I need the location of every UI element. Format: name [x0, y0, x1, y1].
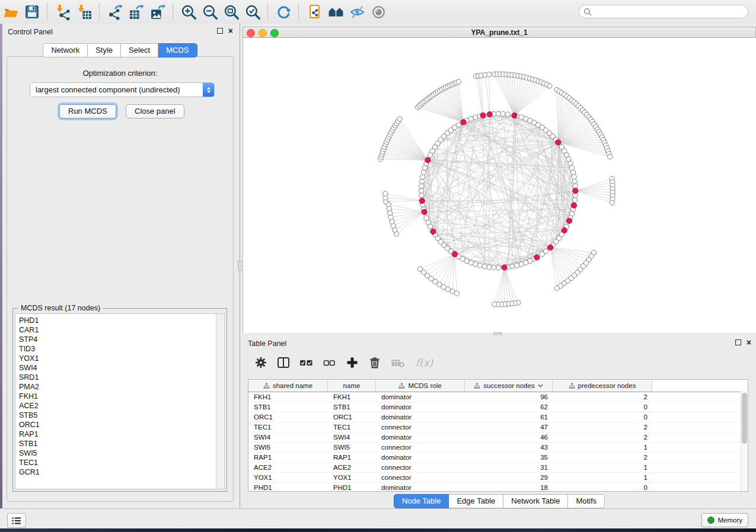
table-cell[interactable]: ACE2 — [328, 463, 376, 472]
import-table-button[interactable] — [74, 1, 95, 23]
list-item[interactable]: STP4 — [15, 335, 216, 344]
graph-node[interactable] — [492, 265, 496, 270]
graph-leaf-node[interactable] — [554, 286, 559, 290]
table-cell[interactable]: connector — [376, 473, 465, 482]
select-all-checkboxes-button[interactable] — [299, 356, 314, 371]
table-row[interactable]: STB1STB1dominator620 — [248, 402, 748, 412]
graph-leaf-node[interactable] — [383, 191, 388, 196]
float-panel-icon[interactable] — [217, 28, 223, 34]
list-item[interactable]: CAR1 — [15, 325, 216, 335]
list-scrollbar[interactable] — [216, 314, 224, 489]
export-image-button[interactable] — [147, 1, 168, 23]
split-columns-button[interactable] — [277, 356, 290, 371]
table-cell[interactable]: dominator — [376, 453, 465, 462]
table-cell[interactable]: connector — [376, 463, 465, 472]
close-panel-icon[interactable]: × — [747, 339, 751, 345]
tab-select[interactable]: Select — [121, 43, 158, 57]
zoom-selected-button[interactable] — [242, 1, 263, 23]
network-window-titlebar[interactable]: YPA_prune.txt_1 — [243, 27, 756, 38]
graph-hub-node[interactable] — [573, 188, 578, 193]
graph-node[interactable] — [487, 265, 492, 270]
graph-hub-node[interactable] — [422, 209, 427, 214]
table-cell[interactable]: SWI4 — [328, 432, 376, 442]
table-cell[interactable]: 29 — [465, 473, 553, 482]
table-cell[interactable]: 2 — [553, 432, 652, 442]
export-network-button[interactable] — [104, 1, 126, 23]
list-item[interactable]: SRD1 — [15, 373, 216, 382]
list-item[interactable]: GCR1 — [15, 467, 216, 477]
open-file-button[interactable] — [0, 1, 21, 23]
table-row[interactable]: RAP1RAP1dominator352 — [248, 453, 748, 463]
graph-hub-node[interactable] — [487, 111, 492, 117]
graph-leaf-node[interactable] — [487, 72, 492, 77]
binoculars-button[interactable] — [325, 1, 346, 23]
table-cell[interactable]: ORC1 — [328, 412, 376, 422]
zoom-in-button[interactable] — [178, 1, 199, 23]
table-cell[interactable]: YOX1 — [248, 473, 328, 482]
graph-hub-node[interactable] — [502, 265, 507, 270]
table-cell[interactable]: dominator — [376, 483, 465, 492]
eye-slash-button[interactable] — [346, 1, 368, 23]
table-cell[interactable]: 35 — [465, 453, 553, 462]
table-row[interactable]: ORC1ORC1dominator610 — [248, 412, 748, 422]
table-cell[interactable]: 0 — [553, 402, 652, 412]
graph-hub-node[interactable] — [452, 251, 457, 257]
graph-node[interactable] — [482, 264, 487, 269]
table-cell[interactable]: SWI5 — [328, 443, 376, 452]
graph-leaf-node[interactable] — [492, 302, 497, 306]
graph-node[interactable] — [519, 262, 524, 267]
graph-node[interactable] — [514, 263, 519, 268]
table-row[interactable]: TEC1TEC1connector472 — [248, 422, 748, 432]
save-session-button[interactable] — [21, 1, 43, 23]
graph-node[interactable] — [496, 111, 500, 116]
table-cell[interactable]: STB1 — [248, 402, 328, 412]
column-header-successor-nodes[interactable]: successor nodes — [465, 380, 553, 392]
column-header-predecessor-nodes[interactable]: predecessor nodes — [553, 380, 652, 392]
vertical-splitter[interactable] — [238, 24, 243, 508]
run-mcds-button[interactable]: Run MCDS — [59, 104, 116, 118]
refresh-layout-button[interactable] — [273, 1, 294, 23]
table-cell[interactable]: dominator — [376, 432, 465, 442]
tab-mcds[interactable]: MCDS — [158, 43, 197, 57]
tab-network-table[interactable]: Network Table — [503, 494, 568, 508]
table-cell[interactable]: 47 — [465, 422, 553, 432]
table-cell[interactable]: 46 — [465, 432, 553, 442]
list-item[interactable]: PMA2 — [15, 382, 216, 392]
graph-node[interactable] — [456, 123, 461, 127]
tab-motifs[interactable]: Motifs — [568, 494, 605, 508]
table-cell[interactable]: 62 — [465, 402, 553, 412]
table-cell[interactable]: 1 — [553, 443, 652, 452]
add-column-button[interactable] — [346, 356, 359, 371]
graph-node[interactable] — [419, 188, 423, 193]
criterion-select[interactable]: largest connected component (undirected) — [30, 82, 215, 97]
float-panel-icon[interactable] — [735, 339, 741, 345]
function-builder-button[interactable]: f(x) — [414, 355, 439, 372]
table-cell[interactable]: dominator — [376, 402, 465, 412]
list-item[interactable]: ORC1 — [15, 420, 216, 430]
graph-leaf-node[interactable] — [610, 200, 614, 205]
graph-node[interactable] — [419, 179, 424, 184]
table-cell[interactable]: connector — [376, 422, 465, 432]
graph-hub-node[interactable] — [556, 140, 561, 145]
list-item[interactable]: STB5 — [15, 411, 216, 420]
table-cell[interactable]: YOX1 — [328, 473, 376, 482]
table-cell[interactable]: FKH1 — [248, 392, 328, 402]
graph-node[interactable] — [473, 115, 478, 120]
network-view[interactable] — [243, 38, 756, 333]
tab-network[interactable]: Network — [43, 43, 88, 57]
table-cell[interactable]: PHD1 — [248, 483, 328, 492]
table-cell[interactable]: connector — [376, 443, 465, 452]
graph-node[interactable] — [540, 252, 544, 257]
network-canvas[interactable] — [243, 38, 756, 333]
graph-node[interactable] — [572, 197, 577, 202]
graph-hub-node[interactable] — [548, 245, 553, 250]
graph-leaf-node[interactable] — [607, 154, 612, 159]
table-cell[interactable]: SWI5 — [248, 443, 328, 452]
column-header-shared-name[interactable]: shared name — [248, 380, 328, 392]
table-row[interactable]: ACE2ACE2connector311 — [248, 463, 748, 473]
table-cell[interactable]: TEC1 — [328, 422, 376, 432]
table-scrollbar[interactable] — [741, 392, 748, 491]
table-row[interactable]: SWI4SWI4dominator462 — [248, 432, 748, 443]
zoom-fit-button[interactable] — [221, 1, 242, 23]
tab-node-table[interactable]: Node Table — [394, 494, 449, 508]
